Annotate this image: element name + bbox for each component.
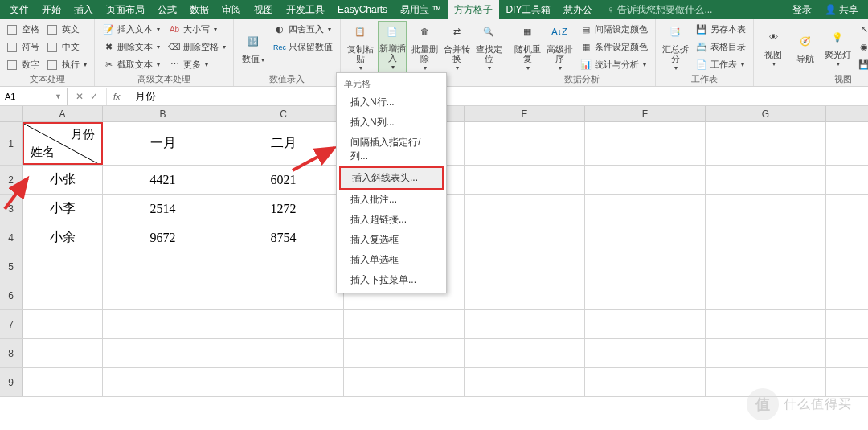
numeric-btn[interactable]: 🔢 数值▾ [239,21,268,72]
menu-fanggezi[interactable]: 方方格子 [448,0,499,19]
cell[interactable] [23,252,103,281]
dd-insert-n-rows[interactable]: 插入N行... [339,92,444,113]
menu-formulas[interactable]: 公式 [151,0,183,19]
keepnum-btn[interactable]: Rec只保留数值 [271,39,335,55]
cell-B2[interactable]: 4421 [103,166,223,194]
view-btn[interactable]: 👁视图▾ [759,21,788,72]
cell-G3[interactable] [706,195,826,223]
tell-me-search[interactable]: ♀ 告诉我您想要做什么... [599,3,720,17]
copypaste-btn[interactable]: 📋复制粘贴▾ [346,21,375,72]
cell-G4[interactable] [706,223,826,252]
cell[interactable] [103,310,223,338]
dd-insert-diagonal-header[interactable]: 插入斜线表头... [339,166,444,190]
menu-review[interactable]: 审阅 [215,0,248,19]
intervalcolor-btn[interactable]: ▤间隔设定颜色 [577,21,650,38]
findloc-btn[interactable]: 🔍查找定位▾ [474,21,503,72]
cell[interactable] [223,252,344,281]
col-header-F[interactable]: F [585,106,706,121]
cell-B4[interactable]: 9672 [103,223,223,252]
cell[interactable] [465,252,585,281]
formula-input[interactable]: 月份 [127,89,868,104]
menu-diy[interactable]: DIY工具箱 [499,0,557,19]
cell-E2[interactable] [465,166,585,194]
cell[interactable] [344,339,465,367]
cell-A4[interactable]: 小余 [23,223,103,252]
row-header-4[interactable]: 4 [0,223,23,252]
accept-formula-icon[interactable]: ✓ [90,91,98,102]
cell[interactable] [103,252,223,281]
check-number[interactable]: 数字 [5,56,42,73]
cell-B1[interactable]: 一月 [103,122,223,165]
cell-B3[interactable]: 2514 [103,195,223,223]
check-space[interactable]: 空格 [5,21,42,38]
cell[interactable] [344,368,465,396]
more-btn[interactable]: ⋯更多▾ [166,56,228,73]
cell[interactable] [23,368,103,396]
cell[interactable] [223,310,344,338]
cell[interactable] [706,310,826,338]
delspace-btn[interactable]: ⌫删除空格▾ [166,39,228,55]
menu-yiyongbao[interactable]: 易用宝 ™ [394,0,448,19]
dd-interval-insert[interactable]: 间隔插入指定行/列... [339,133,444,166]
col-header-G[interactable]: G [706,106,826,121]
newinsert-btn[interactable]: 📄新增插入▾ [378,21,407,72]
dd-insert-hyperlink[interactable]: 插入超链接... [339,210,444,230]
cell-C4[interactable]: 8754 [223,223,344,252]
check-english[interactable]: 英文 [45,21,89,38]
cell[interactable] [23,281,103,309]
cell-A1-diagonal[interactable]: 月份 姓名 [23,122,103,165]
cell-E4[interactable] [465,223,585,252]
row-header-6[interactable]: 6 [0,281,23,309]
cell-A3[interactable]: 小李 [23,195,103,223]
cancel-formula-icon[interactable]: ✕ [76,91,84,102]
menu-data[interactable]: 数据 [183,0,215,19]
spotlight-btn[interactable]: 💡聚光灯▾ [823,21,852,72]
cell-F2[interactable] [585,166,706,194]
cut-text-btn[interactable]: ✂截取文本▾ [100,56,162,73]
row-header-7[interactable]: 7 [0,310,23,338]
mergeconv-btn[interactable]: ⇄合并转换▾ [442,21,471,72]
random-btn[interactable]: ▦随机重复▾ [513,21,542,72]
samevalue-btn[interactable]: ◉关注相同值▾ [855,39,868,55]
dd-insert-checkbox[interactable]: 插入复选框 [339,230,444,250]
menu-huibangong[interactable]: 慧办公 [557,0,599,19]
cell[interactable] [103,339,223,367]
cell[interactable] [223,339,344,367]
cell[interactable] [223,368,344,396]
cell-F1[interactable] [585,122,706,165]
cell-F4[interactable] [585,223,706,252]
menu-easycharts[interactable]: EasyCharts [331,0,394,19]
cell[interactable] [585,339,706,367]
fx-icon[interactable]: fx [107,92,127,101]
memory-btn[interactable]: 💾记忆▾ [855,56,868,73]
share-button[interactable]: 👤 共享 [818,0,865,19]
cell[interactable] [585,310,706,338]
check-chinese[interactable]: 中文 [45,39,89,55]
menu-file[interactable]: 文件 [3,0,35,19]
col-header-B[interactable]: B [103,106,223,121]
dd-insert-radio[interactable]: 插入单选框 [339,250,444,270]
advsort-btn[interactable]: A↓Z高级排序▾ [545,21,574,72]
menu-view[interactable]: 视图 [248,0,280,19]
cell[interactable] [23,339,103,367]
insert-text-btn[interactable]: 📝插入文本▾ [100,21,162,38]
cell[interactable] [23,310,103,338]
col-header-C[interactable]: C [223,106,344,121]
cell[interactable] [465,368,585,396]
case-btn[interactable]: Ab大小写▾ [166,21,228,38]
batchdel-btn[interactable]: 🗑批量删除▾ [410,21,439,72]
savesheet-btn[interactable]: 💾另存本表 [693,21,748,38]
login-button[interactable]: 登录 [786,0,818,19]
cell-C3[interactable]: 1272 [223,195,344,223]
row-header-1[interactable]: 1 [0,122,23,165]
cell[interactable] [706,281,826,309]
cell[interactable] [223,281,344,309]
col-header-A[interactable]: A [23,106,103,121]
col-header-E[interactable]: E [465,106,585,121]
cell[interactable] [103,281,223,309]
sheettoc-btn[interactable]: 📇表格目录 [693,39,748,55]
summarysplit-btn[interactable]: 📑汇总拆分▾ [661,21,690,72]
delete-text-btn[interactable]: ✖删除文本▾ [100,39,162,55]
dd-insert-dropdown[interactable]: 插入下拉菜单... [339,270,444,290]
round-btn[interactable]: ◐四舍五入▾ [271,21,335,38]
